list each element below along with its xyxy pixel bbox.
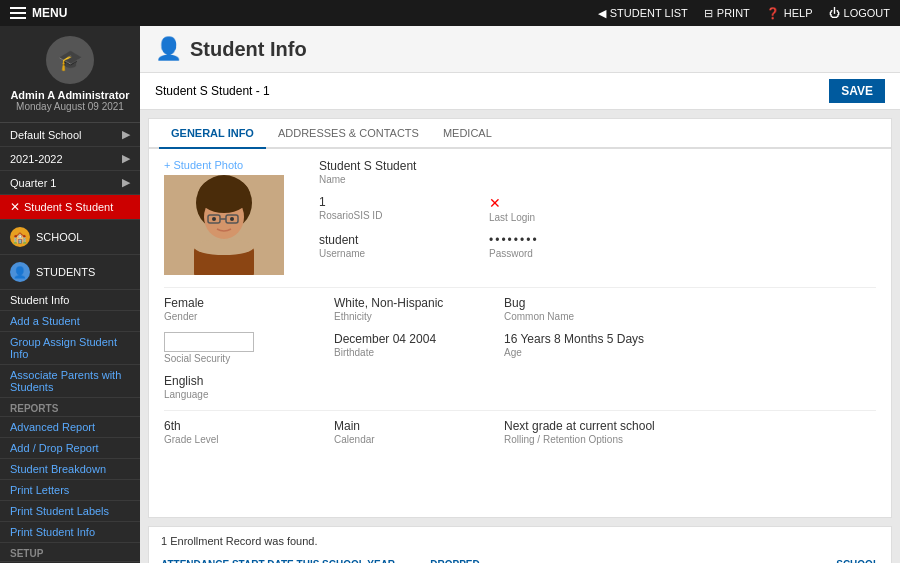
add-student-photo-link[interactable]: + Student Photo (164, 159, 304, 171)
sidebar-profile: 🎓 Admin A Administrator Monday August 09… (0, 26, 140, 123)
sidebar-print-letters[interactable]: Print Letters (0, 480, 140, 501)
help-nav[interactable]: ❓ HELP (766, 7, 813, 20)
gender-field: Female Gender (164, 296, 314, 322)
form-section-top: + Student Photo (164, 159, 876, 275)
students-icon: 👤 (10, 262, 30, 282)
col-dropped: DROPPED (430, 559, 610, 563)
photo-column: + Student Photo (164, 159, 304, 275)
tab-addresses-contacts[interactable]: ADDRESSES & CONTACTS (266, 119, 431, 149)
rosario-id-value: 1 (319, 195, 469, 209)
language-label: Language (164, 389, 314, 400)
sidebar-print-student-info[interactable]: Print Student Info (0, 522, 140, 543)
birthdate-value: December 04 2004 (334, 332, 484, 346)
username-value: student (319, 233, 469, 247)
rolling-retention-value: Next grade at current school (504, 419, 655, 433)
sidebar-school-nav[interactable]: 🏫 SCHOOL (0, 220, 140, 255)
sidebar-student-breakdown[interactable]: Student Breakdown (0, 459, 140, 480)
student-info-icon: 👤 (155, 36, 182, 62)
help-icon: ❓ (766, 7, 780, 20)
student-name-label: Name (319, 174, 469, 185)
x-icon: ✕ (10, 200, 20, 214)
sidebar-advanced-report[interactable]: Advanced Report (0, 417, 140, 438)
username-label: Username (319, 248, 469, 259)
student-list-nav[interactable]: ◀ STUDENT LIST (598, 7, 688, 20)
main-content: 👤 Student Info Student S Student - 1 SAV… (140, 26, 900, 563)
print-icon: ⊟ (704, 7, 713, 20)
sidebar-active-student[interactable]: ✕ Student S Student (0, 195, 140, 220)
password-value: •••••••• (489, 233, 639, 247)
common-name-value: Bug (504, 296, 654, 310)
tab-medical[interactable]: MEDICAL (431, 119, 504, 149)
birthdate-field: December 04 2004 Birthdate (334, 332, 484, 364)
sidebar-group-assign[interactable]: Group Assign Student Info (0, 332, 140, 365)
svg-point-3 (198, 177, 250, 213)
arrow-icon: ▶ (122, 152, 130, 165)
rosario-id-label: RosarioSIS ID (319, 210, 469, 221)
svg-point-8 (230, 217, 234, 221)
page-title: Student Info (190, 38, 307, 61)
tabs-bar: GENERAL INFO ADDRESSES & CONTACTS MEDICA… (149, 119, 891, 149)
language-field: English Language (164, 374, 314, 400)
admin-name: Admin A Administrator (10, 89, 129, 101)
student-bar: Student S Student - 1 SAVE (140, 73, 900, 110)
common-name-label: Common Name (504, 311, 654, 322)
language-row: English Language (164, 374, 876, 400)
enrollment-section: 1 Enrollment Record was found. ATTENDANC… (148, 526, 892, 563)
sidebar-item-quarter[interactable]: Quarter 1 ▶ (0, 171, 140, 195)
sidebar-item-year[interactable]: 2021-2022 ▶ (0, 147, 140, 171)
ethnicity-value: White, Non-Hispanic (334, 296, 484, 310)
menu-label[interactable]: MENU (32, 6, 67, 20)
info-panel: GENERAL INFO ADDRESSES & CONTACTS MEDICA… (148, 118, 892, 518)
menu-area[interactable]: MENU (10, 6, 67, 20)
ethnicity-field: White, Non-Hispanic Ethnicity (334, 296, 484, 322)
common-name-field: Bug Common Name (504, 296, 654, 322)
grade-level-label: Grade Level (164, 434, 314, 445)
sidebar-associate-parents[interactable]: Associate Parents with Students (0, 365, 140, 398)
arrow-icon: ▶ (122, 128, 130, 141)
sidebar-student-info[interactable]: Student Info (0, 290, 140, 311)
student-bar-name: Student S Student - 1 (155, 84, 270, 98)
setup-section-label: SETUP (0, 543, 140, 562)
gender-label: Gender (164, 311, 314, 322)
age-value: 16 Years 8 Months 5 Days (504, 332, 654, 346)
admin-date: Monday August 09 2021 (16, 101, 124, 112)
username-field: student Username (319, 233, 469, 259)
svg-point-7 (212, 217, 216, 221)
age-field: 16 Years 8 Months 5 Days Age (504, 332, 654, 364)
birthdate-label: Birthdate (334, 347, 484, 358)
sidebar-students-nav[interactable]: 👤 STUDENTS (0, 255, 140, 290)
name-id-row: Student S Student Name (319, 159, 876, 185)
reports-section-label: REPORTS (0, 398, 140, 417)
arrow-icon: ▶ (122, 176, 130, 189)
last-login-value: ✕ (489, 195, 639, 211)
col-attendance-start: ATTENDANCE START DATE THIS SCHOOL YEAR (161, 559, 430, 563)
social-security-label: Social Security (164, 353, 314, 364)
age-label: Age (504, 347, 654, 358)
gender-value: Female (164, 296, 314, 310)
username-password-row: student Username •••••••• Password (319, 233, 876, 259)
tab-general-info[interactable]: GENERAL INFO (159, 119, 266, 149)
svg-point-10 (194, 239, 254, 255)
save-button[interactable]: SAVE (829, 79, 885, 103)
social-security-input-box[interactable] (164, 332, 254, 352)
language-value: English (164, 374, 314, 388)
rolling-retention-label: Rolling / Retention Options (504, 434, 655, 445)
password-label: Password (489, 248, 639, 259)
last-login-field: ✕ Last Login (489, 195, 639, 223)
logout-nav[interactable]: ⏻ LOGOUT (829, 7, 890, 19)
school-icon: 🏫 (10, 227, 30, 247)
ethnicity-label: Ethnicity (334, 311, 484, 322)
print-nav[interactable]: ⊟ PRINT (704, 7, 750, 20)
sidebar-add-drop-report[interactable]: Add / Drop Report (0, 438, 140, 459)
hamburger-icon[interactable] (10, 7, 26, 19)
sidebar-item-school[interactable]: Default School ▶ (0, 123, 140, 147)
sidebar-print-student-labels[interactable]: Print Student Labels (0, 501, 140, 522)
logout-icon: ⏻ (829, 7, 840, 19)
last-login-label: Last Login (489, 212, 639, 223)
sidebar-add-student[interactable]: Add a Student (0, 311, 140, 332)
sidebar: 🎓 Admin A Administrator Monday August 09… (0, 26, 140, 563)
rosario-id-field: 1 RosarioSIS ID (319, 195, 469, 223)
grade-level-value: 6th (164, 419, 314, 433)
enrollment-columns: ATTENDANCE START DATE THIS SCHOOL YEAR D… (161, 555, 879, 563)
form-body: + Student Photo (149, 149, 891, 465)
